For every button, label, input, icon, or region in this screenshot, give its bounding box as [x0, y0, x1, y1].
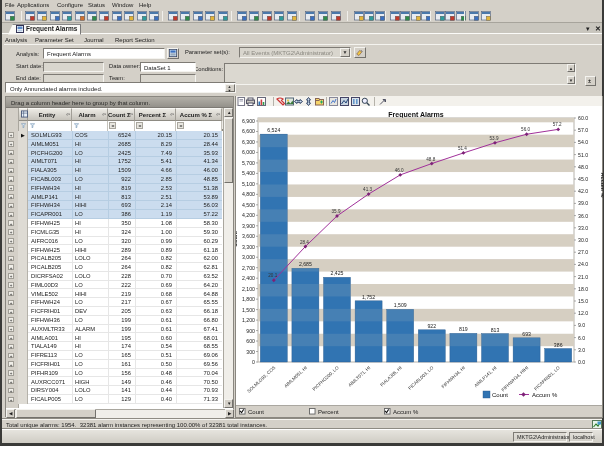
svg-text:3,300: 3,300	[242, 244, 255, 250]
svg-text:4,800: 4,800	[242, 191, 255, 197]
svg-text:28.4: 28.4	[300, 240, 309, 245]
svg-text:2,700: 2,700	[242, 265, 255, 271]
svg-text:4,500: 4,500	[242, 202, 255, 208]
svg-text:386: 386	[554, 342, 563, 348]
svg-text:AIMLT071, HI: AIMLT071, HI	[347, 365, 371, 388]
svg-text:SOLMLG93, COS: SOLMLG93, COS	[246, 365, 276, 394]
svg-text:AIMLP141, HI: AIMLP141, HI	[473, 365, 497, 388]
svg-text:41.3: 41.3	[363, 187, 372, 192]
svg-text:45.0: 45.0	[578, 176, 588, 182]
svg-text:PICFHG200, LO: PICFHG200, LO	[312, 365, 340, 392]
svg-text:4,200: 4,200	[242, 212, 255, 218]
svg-text:48.8: 48.8	[426, 157, 435, 162]
svg-text:AIMLM051, HI: AIMLM051, HI	[283, 365, 308, 389]
svg-text:39.0: 39.0	[578, 200, 588, 206]
svg-text:6,524: 6,524	[267, 127, 280, 133]
svg-text:33.0: 33.0	[578, 225, 588, 231]
svg-text:6,900: 6,900	[242, 118, 255, 124]
svg-text:2,100: 2,100	[242, 286, 255, 292]
svg-text:1,509: 1,509	[394, 302, 407, 308]
svg-text:5,400: 5,400	[242, 170, 255, 176]
svg-text:3.0: 3.0	[578, 347, 585, 353]
svg-text:20.1: 20.1	[268, 273, 277, 278]
svg-text:FICAPR001, LO: FICAPR001, LO	[533, 365, 561, 392]
svg-text:1,200: 1,200	[242, 317, 255, 323]
svg-text:6,300: 6,300	[242, 139, 255, 145]
svg-text:FIALA305, HI: FIALA305, HI	[379, 365, 403, 387]
svg-text:1,800: 1,800	[242, 296, 255, 302]
svg-text:36.0: 36.0	[578, 213, 588, 219]
svg-text:35.9: 35.9	[332, 209, 341, 214]
svg-text:693: 693	[522, 331, 531, 337]
svg-text:6.0: 6.0	[578, 335, 585, 341]
svg-text:2,400: 2,400	[242, 275, 255, 281]
svg-text:813: 813	[491, 327, 500, 333]
svg-text:5,700: 5,700	[242, 160, 255, 166]
svg-text:2,685: 2,685	[299, 261, 312, 267]
svg-text:600: 600	[246, 338, 255, 344]
svg-text:21.0: 21.0	[578, 274, 588, 280]
svg-text:5,100: 5,100	[242, 181, 255, 187]
svg-text:1,752: 1,752	[362, 294, 375, 300]
svg-text:12.0: 12.0	[578, 310, 588, 316]
svg-text:57.0: 57.0	[578, 127, 588, 133]
svg-text:48.0: 48.0	[578, 164, 588, 170]
svg-text:Accum %: Accum %	[600, 173, 603, 198]
svg-text:0.0: 0.0	[578, 359, 585, 365]
svg-text:FIFHWH34, HI: FIFHWH34, HI	[441, 365, 466, 389]
svg-text:51.0: 51.0	[578, 152, 588, 158]
svg-text:56.0: 56.0	[521, 127, 530, 132]
svg-text:30.0: 30.0	[578, 237, 588, 243]
svg-text:24.0: 24.0	[578, 261, 588, 267]
svg-text:922: 922	[427, 323, 436, 329]
svg-text:57.2: 57.2	[553, 122, 562, 127]
svg-text:54.0: 54.0	[578, 139, 588, 145]
svg-text:15.0: 15.0	[578, 298, 588, 304]
svg-text:900: 900	[246, 328, 255, 334]
svg-text:51.4: 51.4	[458, 146, 467, 151]
svg-text:0: 0	[252, 359, 255, 365]
svg-text:3,000: 3,000	[242, 254, 255, 260]
svg-text:42.0: 42.0	[578, 188, 588, 194]
svg-text:6,600: 6,600	[242, 128, 255, 134]
svg-text:Count: Count	[492, 392, 508, 398]
svg-text:819: 819	[459, 326, 468, 332]
svg-text:3,600: 3,600	[242, 233, 255, 239]
svg-text:Count: Count	[236, 231, 238, 247]
svg-text:60.0: 60.0	[578, 115, 588, 121]
svg-text:53.9: 53.9	[490, 136, 499, 141]
svg-text:1,500: 1,500	[242, 307, 255, 313]
svg-text:3,900: 3,900	[242, 223, 255, 229]
svg-text:Accum %: Accum %	[532, 392, 558, 398]
svg-text:18.0: 18.0	[578, 286, 588, 292]
svg-text:46.0: 46.0	[395, 168, 404, 173]
svg-text:FIFHWH34, HIHI: FIFHWH34, HIHI	[500, 365, 529, 392]
svg-text:9.0: 9.0	[578, 322, 585, 328]
svg-text:FICABL003, LO: FICABL003, LO	[407, 365, 434, 391]
svg-text:27.0: 27.0	[578, 249, 588, 255]
svg-text:2,425: 2,425	[331, 270, 344, 276]
svg-text:6,000: 6,000	[242, 149, 255, 155]
svg-text:300: 300	[246, 349, 255, 355]
